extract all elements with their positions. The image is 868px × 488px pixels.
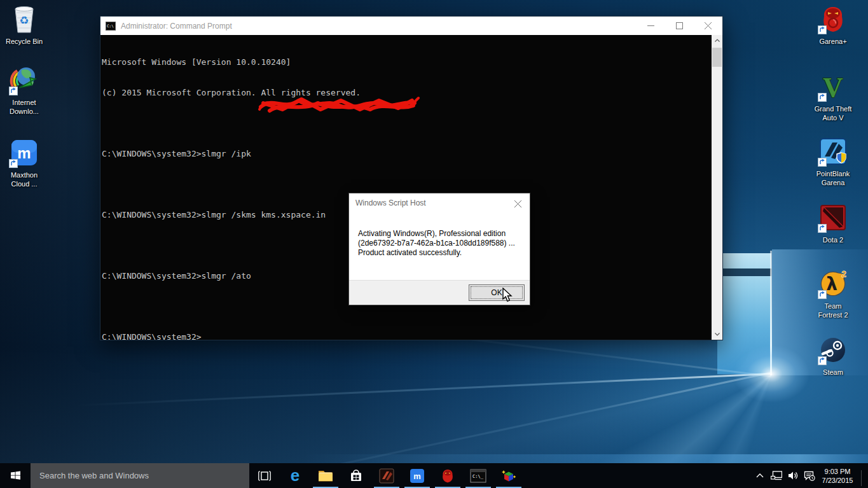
start-button[interactable]: [0, 463, 31, 488]
taskbar-app-file-explorer[interactable]: [310, 463, 341, 488]
svg-text:2: 2: [841, 269, 846, 279]
steam-icon: [818, 335, 848, 365]
taskbar-app-garena[interactable]: [432, 463, 463, 488]
icon-label: Garena+: [809, 37, 857, 46]
volume-icon[interactable]: [785, 463, 801, 488]
desktop-icon-garena-plus[interactable]: Garena+: [809, 4, 857, 46]
console-line: Microsoft Windows [Version 10.0.10240]: [102, 57, 712, 67]
internet-download-manager-icon: [9, 65, 39, 95]
taskbar-app-pointblank[interactable]: [371, 463, 402, 488]
action-center-icon[interactable]: [801, 463, 818, 488]
console-line: C:\WINDOWS\system32>: [102, 332, 712, 340]
shortcut-arrow-icon: [818, 290, 827, 299]
shortcut-arrow-icon: [818, 158, 827, 167]
task-view-icon: [258, 471, 271, 481]
desktop-icon-maxthon[interactable]: m Maxthon Cloud ...: [0, 137, 48, 188]
svg-text:λ: λ: [826, 274, 837, 295]
network-icon[interactable]: [768, 463, 785, 488]
taskbar: e: [0, 463, 868, 488]
garena-taskbar-icon: [441, 468, 455, 484]
ok-button[interactable]: OK: [469, 284, 525, 301]
svg-text:C:\_: C:\_: [472, 474, 484, 479]
icon-label: Team Fortrest 2: [809, 302, 857, 319]
scrollbar-thumb[interactable]: [712, 48, 722, 67]
desktop-icon-tf2[interactable]: λ 2 Team Fortrest 2: [809, 268, 857, 319]
wallpaper-glow-point: [720, 336, 822, 412]
dialog-title: Windows Script Host: [355, 199, 426, 207]
task-view-button[interactable]: [249, 463, 280, 488]
taskbar-app-store[interactable]: [341, 463, 371, 488]
close-button[interactable]: [694, 17, 722, 35]
icon-label: Dota 2: [809, 235, 857, 244]
console-line: [102, 118, 712, 129]
taskbar-clock[interactable]: 9:03 PM 7/23/2015: [818, 466, 857, 485]
scroll-up-icon[interactable]: [712, 35, 722, 46]
edge-icon: e: [287, 468, 303, 484]
wallpaper-window-crossbar: [717, 268, 771, 276]
taskbar-app-maxthon[interactable]: m: [402, 463, 432, 488]
maxthon-icon: m: [9, 137, 39, 168]
shortcut-arrow-icon: [9, 87, 18, 95]
console-line: C:\WINDOWS\system32>slmgr /ipk: [102, 149, 712, 159]
window-title: Administrator: Command Prompt: [121, 22, 232, 31]
icon-label: Maxthon Cloud ...: [0, 171, 48, 188]
windows-logo-icon: [10, 470, 21, 481]
svg-text:m: m: [413, 471, 421, 481]
taskbar-divider: [861, 470, 862, 486]
command-prompt-taskbar-icon: C:\_: [470, 469, 486, 483]
shortcut-arrow-icon: [9, 159, 18, 168]
scroll-down-icon[interactable]: [712, 329, 722, 340]
search-input[interactable]: [31, 463, 249, 488]
focus-rect: [471, 286, 523, 299]
clock-time: 9:03 PM: [818, 467, 857, 476]
gta-v-icon: V: [818, 71, 848, 102]
icon-label: Grand Theft Auto V: [809, 104, 857, 122]
taskbar-app-cube[interactable]: [493, 463, 524, 488]
wallpaper-bottom-glow: [0, 454, 868, 463]
taskbar-app-cmd[interactable]: C:\_: [463, 463, 493, 488]
pointblank-icon: [818, 136, 848, 167]
minimize-button[interactable]: [637, 17, 665, 35]
system-tray: 9:03 PM 7/23/2015: [752, 463, 868, 488]
dialog-message: Activating Windows(R), Professional edit…: [349, 213, 530, 258]
taskbar-empty-area: [524, 463, 752, 488]
garena-plus-icon: [818, 4, 848, 34]
cmd-app-icon: C:\: [106, 22, 116, 31]
dialog-close-button[interactable]: [512, 198, 523, 209]
icon-label: PointBlank Garena: [809, 169, 857, 187]
taskbar-search[interactable]: [31, 463, 249, 488]
clock-date: 7/23/2015: [818, 476, 857, 485]
mouse-cursor: [501, 288, 514, 303]
desktop-icon-recycle-bin[interactable]: ♻ Recycle Bin: [0, 4, 48, 46]
dota-2-icon: [818, 202, 848, 233]
shortcut-arrow-icon: [818, 356, 827, 365]
svg-text:m: m: [17, 144, 31, 162]
desktop-icon-steam[interactable]: Steam: [809, 335, 857, 377]
icon-label: Steam: [809, 368, 857, 377]
pointblank-taskbar-icon: [379, 468, 394, 484]
desktop-icon-dota2[interactable]: Dota 2: [809, 202, 857, 244]
icon-label: Internet Downlo...: [0, 98, 48, 116]
svg-text:♻: ♻: [19, 15, 29, 27]
console-line: [102, 179, 712, 190]
console-scrollbar[interactable]: [712, 35, 722, 340]
dialog-titlebar[interactable]: Windows Script Host: [349, 193, 530, 213]
recycle-bin-icon: ♻: [9, 4, 39, 34]
taskbar-app-edge[interactable]: e: [280, 463, 310, 488]
shortcut-arrow-icon: [818, 224, 827, 233]
cmd-titlebar[interactable]: C:\ Administrator: Command Prompt: [100, 17, 722, 35]
svg-text:e: e: [291, 468, 300, 484]
maxthon-taskbar-icon: m: [410, 468, 425, 484]
hidden-icons-chevron[interactable]: [752, 463, 768, 488]
cube-app-icon: [500, 468, 517, 484]
maximize-button[interactable]: [665, 17, 694, 35]
store-icon: [349, 469, 363, 483]
team-fortress-2-icon: λ 2: [818, 268, 848, 299]
shortcut-arrow-icon: [818, 93, 827, 102]
icon-label: Recycle Bin: [0, 37, 48, 46]
file-explorer-icon: [318, 470, 333, 482]
shortcut-arrow-icon: [818, 25, 827, 34]
desktop-icon-idm[interactable]: Internet Downlo...: [0, 65, 48, 116]
desktop-icon-gta-v[interactable]: V Grand Theft Auto V: [809, 71, 857, 122]
desktop-icon-pointblank[interactable]: PointBlank Garena: [809, 136, 857, 187]
